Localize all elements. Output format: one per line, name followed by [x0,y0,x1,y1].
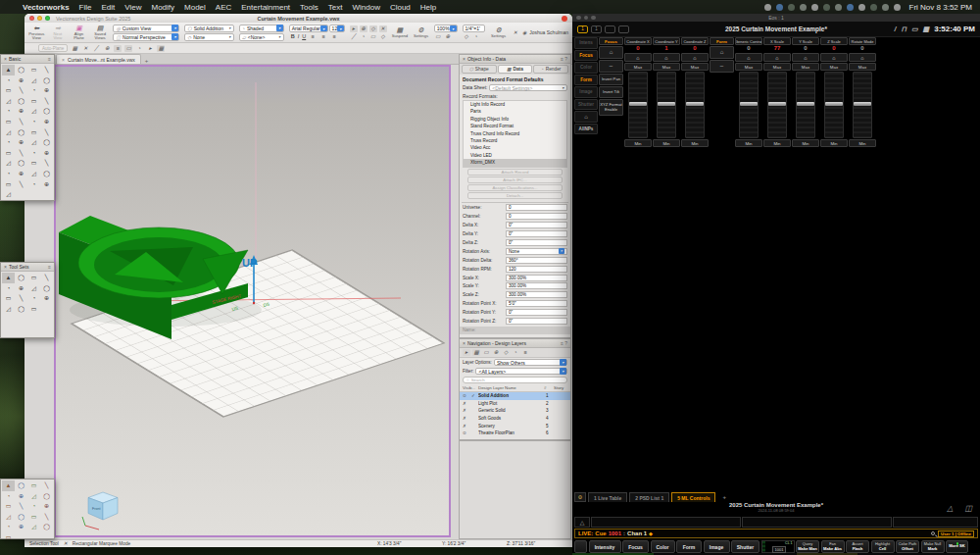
visibility-eye-icon[interactable]: ⊙ [463,430,471,435]
tool-set-icon[interactable] [27,273,40,283]
max-button[interactable]: Max [820,63,848,71]
solid-none-dropdown[interactable]: ◇None▾ [184,33,234,41]
palette-menu-icon[interactable]: ≡ [48,56,51,62]
max-button[interactable]: Max [653,63,680,71]
tool-set-icon[interactable] [2,293,15,304]
menubar-status-icon[interactable] [811,4,818,11]
command-slash-icon[interactable]: / [895,25,897,32]
tool-icon[interactable] [15,148,27,159]
more-softkeys-button[interactable]: More SK [946,540,968,553]
menubar-status-icon[interactable] [835,4,842,11]
visibility-off-icon[interactable]: ✗ [463,424,471,429]
scale-indicator[interactable]: 1/4"=1' [463,25,486,32]
tab-psd-list[interactable]: 2 PSD List 1 [629,492,669,502]
tool-icon[interactable] [27,85,40,96]
record-item[interactable]: Truss Record [464,137,566,144]
palette-icon[interactable] [15,501,27,512]
filter-dropdown[interactable]: <All Layers>▾ [475,368,567,375]
fader-track[interactable] [796,72,815,138]
tool-sets-header[interactable]: × Tool Sets ≡ [1,263,54,272]
tool-icon[interactable] [27,148,40,159]
visibility-eye-icon[interactable]: ⊙ [463,393,471,398]
menu-text[interactable]: Text [323,3,348,12]
menu-modify[interactable]: Modify [146,3,179,12]
max-button[interactable]: Max [763,63,791,71]
command-line[interactable]: LIVE: Cue 1001 : Chan 1 ◆ User 1 | Offli… [574,529,978,538]
fader-track[interactable] [767,72,787,138]
align-left-icon[interactable] [309,33,317,40]
document-settings-button[interactable]: ⚙Settings [490,26,507,38]
suspend-button[interactable]: ▦Suspend [392,26,409,38]
tool-icon[interactable] [2,169,15,179]
moving-light-icon[interactable]: ⊓ [901,25,906,33]
home-button[interactable]: ⌂ [624,53,652,62]
xyz-format-enable-button[interactable]: XYZ Format Enable [599,99,623,116]
visibility-off-icon[interactable]: ✗ [463,401,471,406]
palette-icon[interactable] [2,522,15,532]
close-palette-icon[interactable]: × [4,56,7,62]
tool-icon[interactable] [27,96,40,107]
selection-tool-icon[interactable] [2,65,15,76]
palette-icon[interactable] [2,512,15,523]
snap-edge-icon[interactable] [114,45,122,52]
menu-view[interactable]: View [120,3,146,12]
home-button[interactable]: ⌂ [574,111,598,123]
palette-icon[interactable] [2,480,15,491]
tool-icon[interactable] [2,179,15,190]
tool-icon[interactable] [40,85,53,96]
universe-field[interactable]: 0 [506,204,567,211]
palette-icon[interactable] [40,501,53,512]
softkey-highlight[interactable]: HighlightCell [871,540,895,553]
record-item-selected[interactable]: Xform_DMX [464,159,566,166]
tool-icon[interactable] [2,127,15,138]
nav-mode-icon[interactable] [463,349,470,356]
softkey-color[interactable]: Color [651,540,675,553]
eos-title-bar[interactable]: Eos : 1 [572,14,980,22]
zoom-dropdown[interactable]: 100%▾ [434,25,458,32]
monitor-icon[interactable]: ▭ [911,25,918,33]
tool-icon[interactable] [40,127,53,138]
scale-x-field[interactable]: 300.00% [506,275,567,281]
form-collapse-button[interactable]: – [710,60,734,73]
fader-page-cell[interactable] [893,517,978,528]
fader-handle[interactable] [854,102,871,106]
tool-icon[interactable] [27,127,40,138]
max-button[interactable]: Max [792,63,819,71]
font-dropdown[interactable]: Arial Regular▾ [289,25,328,32]
snap-angle-icon[interactable] [92,45,100,52]
max-button[interactable]: Max [624,63,652,71]
layer-row-light-plot[interactable]: ✗ Light Plot2 [460,400,570,408]
tool-set-icon[interactable] [40,283,53,294]
home-button[interactable]: ⌂ [681,53,709,62]
constraint-icon[interactable] [379,33,387,40]
nav-mode-icon[interactable] [502,349,510,356]
tool-icon[interactable] [40,169,53,179]
tool-set-icon[interactable] [15,273,27,283]
tool-icon[interactable] [40,106,53,117]
menubar-status-icon[interactable] [870,4,877,11]
min-button[interactable]: Min [735,139,762,147]
rotation-point-y-field[interactable]: 0" [506,309,567,316]
palette-icon[interactable] [15,522,27,532]
home-button[interactable]: ⌂ [849,53,876,62]
tool-set-icon[interactable] [2,273,15,283]
tool-icon[interactable] [15,96,27,107]
tool-icon[interactable] [27,137,40,148]
solid-op-dropdown[interactable]: ⬡Solid Addition▾ [184,25,234,32]
search-icon[interactable] [931,531,935,535]
tool-set-icon[interactable] [40,273,53,283]
menubar-status-icon[interactable] [858,4,865,11]
menu-cloud[interactable]: Cloud [385,3,416,12]
layer-search-input[interactable]: ○ Search [463,377,567,383]
render-mode-dropdown[interactable]: ◔Shaded▾ [239,25,284,32]
tool-icon[interactable] [15,137,27,148]
constraint-icon[interactable] [360,33,368,40]
record-item[interactable]: Parts [464,108,566,115]
palette-icon[interactable] [27,480,40,491]
delta-x-field[interactable]: 0" [506,222,567,228]
fader-handle[interactable] [825,102,843,106]
menubar-status-icon[interactable] [776,4,783,11]
home-button[interactable]: ⌂ [735,53,762,62]
pan-icon[interactable] [444,33,452,40]
softkey-focus[interactable]: Focus [622,540,649,553]
